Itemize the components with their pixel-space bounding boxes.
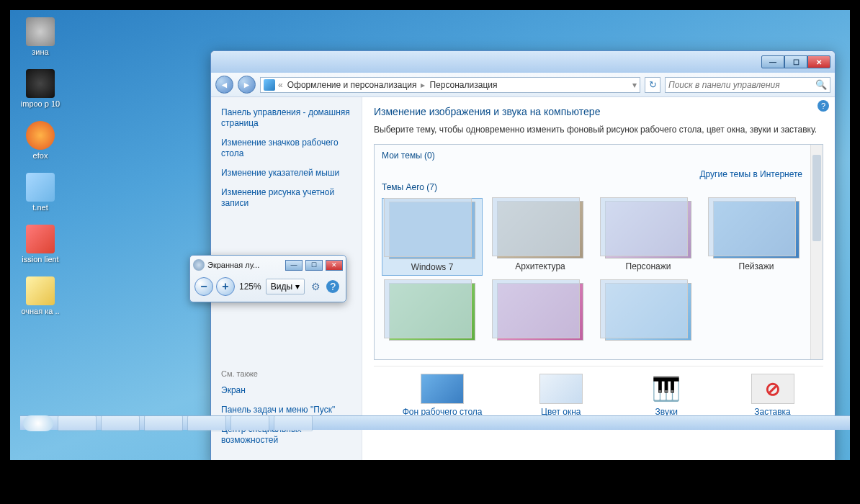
desktop-icon-firefox[interactable]: efox: [17, 121, 63, 160]
desktop-icon-folder[interactable]: очная ка ..: [17, 276, 63, 315]
settings-button[interactable]: ⚙: [308, 279, 323, 294]
desktop-icon-paint[interactable]: t.net: [17, 173, 63, 212]
desktop-icon-transmission[interactable]: ission lient: [17, 225, 63, 264]
sidebar-link-home[interactable]: Панель управления - домашняя страница: [221, 107, 351, 129]
search-box[interactable]: 🔍: [665, 77, 830, 93]
desktop-icon-ashampoo[interactable]: impoo p 10: [17, 69, 63, 108]
refresh-button[interactable]: ↻: [645, 77, 660, 93]
back-button[interactable]: ◄: [215, 76, 233, 94]
transmission-icon: [26, 225, 55, 253]
magnifier-titlebar[interactable]: Экранная лу... — ☐ ✕: [190, 256, 346, 274]
theme-thumbnail: [497, 201, 583, 258]
sidebar-link-mouse-pointers[interactable]: Изменение указателей мыши: [221, 168, 351, 179]
theme-item-landscapes[interactable]: Пейзажи: [706, 198, 807, 276]
forward-button[interactable]: ►: [238, 76, 256, 94]
search-input[interactable]: [668, 80, 815, 90]
taskbar-item[interactable]: [230, 415, 269, 431]
help-button[interactable]: ?: [818, 100, 829, 112]
theme-item-windows7[interactable]: Windows 7: [382, 198, 483, 276]
theme-thumbnail: [713, 201, 799, 258]
taskbar-item[interactable]: [58, 415, 97, 431]
taskbar[interactable]: [20, 415, 850, 430]
start-button[interactable]: [23, 415, 53, 431]
maximize-button[interactable]: ☐: [784, 55, 807, 68]
desktop: зина impoo p 10 efox t.net ission lient …: [10, 10, 850, 460]
sidebar-link-desktop-icons[interactable]: Изменение значков рабочего стола: [221, 138, 351, 159]
aero-themes-grid: Windows 7 Архитектура Персонажи Пейзажи: [377, 198, 823, 351]
content-area: ? Изменение изображения и звука на компь…: [362, 97, 835, 460]
sidebar-link-account-picture[interactable]: Изменение рисунка учетной записи: [221, 187, 351, 209]
sidebar-link-display[interactable]: Экран: [221, 385, 351, 396]
trash-icon: [26, 17, 55, 46]
desktop-icon-trash[interactable]: зина: [17, 17, 63, 56]
help-button[interactable]: ?: [326, 280, 339, 293]
magnifier-toolbar: − + 125% Виды▾ ⚙ ?: [190, 274, 346, 299]
theme-item[interactable]: [490, 280, 591, 346]
paint-icon: [26, 173, 55, 202]
page-heading: Изменение изображения и звука на компьют…: [374, 106, 823, 117]
theme-thumbnail: [389, 283, 475, 341]
close-button[interactable]: ✕: [807, 55, 830, 68]
desktop-icons-column: зина impoo p 10 efox t.net ission lient …: [17, 17, 68, 328]
themes-container: Мои темы (0) Другие темы в Интернете Тем…: [374, 144, 823, 360]
taskbar-item[interactable]: [274, 415, 313, 431]
magnifier-window[interactable]: Экранная лу... — ☐ ✕ − + 125% Виды▾ ⚙ ?: [189, 255, 346, 302]
magnifier-icon: [193, 259, 205, 271]
other-themes-link[interactable]: Другие темы в Интернете: [699, 169, 802, 179]
window-color-icon: [539, 374, 583, 404]
breadcrumb-segment[interactable]: Оформление и персонализация: [286, 80, 418, 90]
magnifier-close-button[interactable]: ✕: [326, 260, 343, 271]
wallpaper-icon: [421, 374, 464, 404]
control-panel-icon: [264, 79, 275, 91]
breadcrumb-segment[interactable]: Персонализация: [428, 80, 498, 90]
screensaver-icon: [751, 374, 794, 404]
address-dropdown-icon[interactable]: ▾: [632, 80, 637, 90]
page-description: Выберите тему, чтобы одновременно измени…: [374, 125, 823, 135]
my-themes-label: Мои темы (0): [377, 148, 823, 166]
scrollbar-thumb[interactable]: [812, 155, 821, 241]
firefox-icon: [26, 121, 55, 150]
taskbar-item[interactable]: [187, 415, 226, 431]
sidebar-link-taskbar[interactable]: Панель задач и меню "Пуск": [221, 405, 351, 415]
theme-thumbnail: [605, 283, 691, 341]
taskbar-item[interactable]: [144, 415, 183, 431]
theme-item-architecture[interactable]: Архитектура: [490, 198, 591, 276]
chevron-down-icon: ▾: [295, 282, 300, 292]
folder-icon: [26, 276, 55, 305]
magnifier-maximize-button[interactable]: ☐: [305, 260, 323, 271]
theme-thumbnail: [605, 201, 691, 258]
explorer-navbar: ◄ ► « Оформление и персонализация ▸ Перс…: [211, 73, 835, 97]
chevron-right-icon: «: [278, 80, 283, 90]
taskbar-item[interactable]: [101, 415, 140, 431]
theme-item[interactable]: [382, 280, 483, 346]
theme-item[interactable]: [598, 280, 699, 346]
see-also-label: См. также: [221, 369, 351, 378]
theme-thumbnail: [389, 202, 475, 259]
minimize-button[interactable]: —: [761, 55, 784, 68]
scrollbar[interactable]: [810, 145, 823, 359]
magnifier-minimize-button[interactable]: —: [285, 260, 303, 271]
search-icon[interactable]: 🔍: [815, 79, 827, 90]
window-titlebar[interactable]: — ☐ ✕: [211, 51, 835, 73]
views-dropdown[interactable]: Виды▾: [266, 279, 305, 294]
magnifier-title: Экранная лу...: [207, 261, 282, 269]
aperture-icon: [26, 69, 55, 98]
chevron-right-icon: ▸: [421, 80, 425, 90]
zoom-level: 125%: [238, 282, 263, 292]
zoom-out-button[interactable]: −: [194, 277, 213, 296]
address-breadcrumb[interactable]: « Оформление и персонализация ▸ Персонал…: [260, 77, 640, 93]
theme-item-characters[interactable]: Персонажи: [598, 198, 699, 276]
sounds-icon: 🎹: [645, 374, 688, 404]
aero-themes-label: Темы Aero (7): [377, 179, 823, 198]
zoom-in-button[interactable]: +: [216, 277, 235, 296]
theme-thumbnail: [497, 283, 583, 341]
